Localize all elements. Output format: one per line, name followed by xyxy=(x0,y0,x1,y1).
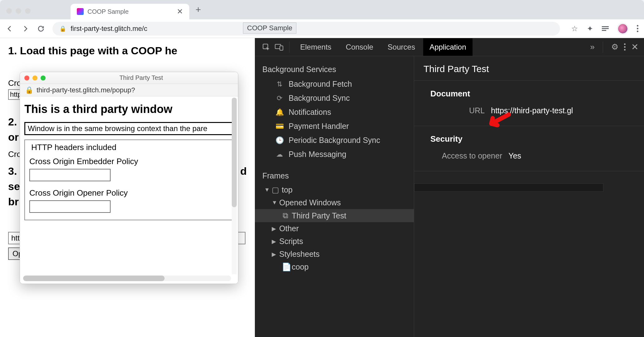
forward-button[interactable] xyxy=(21,25,29,33)
sync-icon: ⟳ xyxy=(275,94,284,102)
popup-url-bar[interactable]: 🔒 third-party-test.glitch.me/popup? xyxy=(20,84,238,96)
reload-button[interactable] xyxy=(37,25,45,33)
horizontal-scrollbar[interactable] xyxy=(23,276,231,281)
favicon-icon xyxy=(77,8,84,15)
chevron-right-icon: ▶ xyxy=(272,225,277,232)
toolbar-right: ☆ ✦ xyxy=(571,23,638,34)
window-icon: ⧉ xyxy=(282,211,289,220)
more-tabs-icon[interactable]: » xyxy=(590,42,595,52)
chevron-right-icon: ▶ xyxy=(272,251,277,258)
url-text: first-party-test.glitch.me/c xyxy=(71,25,147,33)
chevron-right-icon: ▶ xyxy=(272,238,277,245)
chevron-down-icon: ▼ xyxy=(264,187,269,193)
reading-list-icon[interactable] xyxy=(602,26,609,31)
device-toggle-icon[interactable] xyxy=(274,42,285,53)
settings-gear-icon[interactable]: ⚙ xyxy=(611,42,618,52)
section-background-services: Background Services xyxy=(255,61,414,77)
popup-window: Third Party Test 🔒 third-party-test.glit… xyxy=(20,72,238,284)
url-value: https://third-party-test.gl xyxy=(491,106,573,115)
coep-input[interactable] xyxy=(29,169,111,181)
card-icon: 💳 xyxy=(275,122,284,130)
browser-tab[interactable]: COOP Sample ✕ xyxy=(71,4,189,19)
new-tab-button[interactable]: + xyxy=(196,4,201,15)
clock-icon: 🕒 xyxy=(275,136,284,144)
kebab-menu-icon[interactable] xyxy=(637,25,638,32)
item-notifications[interactable]: 🔔Notifications xyxy=(255,105,414,119)
item-background-sync[interactable]: ⟳Background Sync xyxy=(255,91,414,105)
item-background-fetch[interactable]: ⇅Background Fetch xyxy=(255,77,414,91)
http-headers-fieldset: HTTP headers included Cross Origin Embed… xyxy=(24,139,234,220)
title-tooltip: COOP Sample xyxy=(243,22,296,34)
page-heading-1: 1. Load this page with a COOP he xyxy=(8,44,247,57)
tab-console[interactable]: Console xyxy=(339,38,379,56)
tab-application[interactable]: Application xyxy=(423,38,472,56)
file-icon: 📄 xyxy=(282,262,289,271)
close-window-btn[interactable] xyxy=(6,8,12,14)
chevron-down-icon: ▼ xyxy=(272,199,277,206)
panel-document: Document URL https://third-party-test.gl xyxy=(414,81,644,126)
panel-title-document: Document xyxy=(414,86,644,104)
fetch-icon: ⇅ xyxy=(275,80,284,88)
item-periodic-sync[interactable]: 🕒Periodic Background Sync xyxy=(255,133,414,147)
vertical-scrollbar[interactable] xyxy=(232,98,237,274)
devtools-main: Third Party Test Document URL https://th… xyxy=(414,56,644,337)
inspect-icon[interactable] xyxy=(260,42,272,53)
fieldset-legend: HTTP headers included xyxy=(29,143,118,152)
browser-chrome: COOP Sample ✕ + 🔒 first-party-test.glitc… xyxy=(0,0,644,38)
devtools-body: Background Services ⇅Background Fetch ⟳B… xyxy=(255,56,644,337)
coep-label: Cross Origin Embedder Policy xyxy=(29,157,229,166)
back-button[interactable] xyxy=(6,25,14,33)
devtools-menu-icon[interactable] xyxy=(624,43,626,51)
profile-avatar[interactable] xyxy=(617,23,628,34)
toolbar: 🔒 first-party-test.glitch.me/c COOP Samp… xyxy=(0,19,644,38)
tab-elements[interactable]: Elements xyxy=(294,38,338,56)
popup-url: third-party-test.glitch.me/popup? xyxy=(37,86,135,94)
url-label: URL xyxy=(430,106,485,115)
coop-input[interactable] xyxy=(29,200,111,213)
frame-third-party-test[interactable]: ⧉Third Party Test xyxy=(255,209,414,222)
popup-maximize-btn[interactable] xyxy=(41,76,46,81)
tab-sources[interactable]: Sources xyxy=(381,38,421,56)
panel-title-security: Security xyxy=(414,132,644,149)
row-url: URL https://third-party-test.gl xyxy=(414,104,644,118)
opener-value: Yes xyxy=(508,151,521,160)
item-push-messaging[interactable]: ☁Push Messaging xyxy=(255,147,414,161)
item-payment-handler[interactable]: 💳Payment Handler xyxy=(255,119,414,133)
lock-icon: 🔒 xyxy=(59,25,66,32)
empty-bar xyxy=(414,183,603,192)
close-tab-icon[interactable]: ✕ xyxy=(177,7,183,16)
opener-label: Access to opener xyxy=(430,151,502,160)
frame-stylesheets[interactable]: ▶Stylesheets xyxy=(255,248,414,261)
popup-status-text: Window is in the same browsing context t… xyxy=(24,122,234,135)
frame-scripts[interactable]: ▶Scripts xyxy=(255,235,414,248)
coop-label: Cross Origin Opener Policy xyxy=(29,188,229,198)
frame-top[interactable]: ▼▢top xyxy=(255,183,414,196)
frame-coop[interactable]: 📄coop xyxy=(255,261,414,273)
popup-titlebar[interactable]: Third Party Test xyxy=(20,72,238,84)
popup-close-btn[interactable] xyxy=(24,76,29,81)
cloud-icon: ☁ xyxy=(275,150,284,159)
panel-security: Security Access to opener Yes xyxy=(414,126,644,171)
frame-icon: ▢ xyxy=(272,185,279,194)
row-access-to-opener: Access to opener Yes xyxy=(414,149,644,163)
frame-opened-windows[interactable]: ▼Opened Windows xyxy=(255,196,414,209)
devtools-tabs: Elements Console Sources Application » ⚙… xyxy=(255,38,644,56)
bookmark-star-icon[interactable]: ☆ xyxy=(571,24,578,33)
maximize-window-btn[interactable] xyxy=(25,8,31,14)
tab-title: COOP Sample xyxy=(87,8,173,15)
minimize-window-btn[interactable] xyxy=(16,8,21,14)
window-controls xyxy=(6,8,31,14)
address-bar[interactable]: 🔒 first-party-test.glitch.me/c COOP Samp… xyxy=(52,22,560,36)
frame-other[interactable]: ▶Other xyxy=(255,222,414,235)
lock-icon: 🔒 xyxy=(25,86,33,94)
close-devtools-icon[interactable]: ✕ xyxy=(631,42,638,52)
popup-heading: This is a third party window xyxy=(24,103,235,116)
devtools-sidebar: Background Services ⇅Background Fetch ⟳B… xyxy=(255,56,414,337)
tab-strip: COOP Sample ✕ + xyxy=(0,0,644,19)
extensions-icon[interactable]: ✦ xyxy=(587,24,593,33)
bell-icon: 🔔 xyxy=(275,108,284,116)
svg-rect-2 xyxy=(280,46,283,50)
popup-body: This is a third party window Window is i… xyxy=(20,96,238,284)
popup-minimize-btn[interactable] xyxy=(32,76,37,81)
main-title: Third Party Test xyxy=(414,57,644,81)
